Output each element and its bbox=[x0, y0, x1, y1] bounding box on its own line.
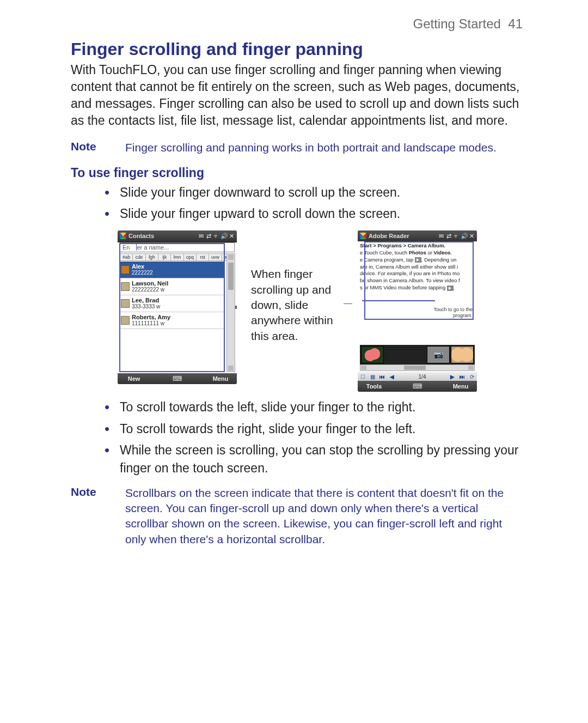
list-item: While the screen is scrolling, you can s… bbox=[120, 441, 523, 478]
sync-icon: ⇄ bbox=[205, 233, 212, 239]
signal-icon: ᯤ bbox=[213, 233, 219, 239]
contact-name: Roberts, Amy bbox=[132, 314, 170, 321]
zoom-out-icon[interactable]: ☐ bbox=[358, 374, 367, 380]
contact-row[interactable]: Alex 2222222 bbox=[120, 262, 224, 278]
alpha-tab[interactable]: #ab bbox=[120, 253, 133, 261]
slide-area-caption: When finger scrolling up and down, slide… bbox=[251, 230, 344, 344]
prev-page-icon[interactable]: ◀ bbox=[387, 374, 397, 380]
softkey-menu[interactable]: Menu bbox=[204, 375, 237, 382]
contact-row[interactable]: Lee, Brad 333-3333 w bbox=[120, 295, 224, 312]
contact-icon bbox=[121, 282, 130, 291]
softkey-bar: Tools ⌨ Menu bbox=[358, 381, 477, 392]
doc-line: Start > Programs > Camera Album. bbox=[360, 242, 475, 250]
list-item: Slide your finger downward to scroll up … bbox=[120, 184, 523, 202]
placeholder-post: er a name... bbox=[137, 244, 169, 251]
doc-line: device. For example, if you are in Photo… bbox=[360, 270, 475, 277]
next-page-icon[interactable]: ▶ bbox=[448, 374, 457, 380]
tool-icon[interactable]: ▦ bbox=[367, 374, 377, 380]
keyboard-icon[interactable]: ⌨ bbox=[150, 375, 204, 382]
sub-heading: To use finger scrolling bbox=[71, 166, 523, 180]
thumb-gap bbox=[385, 347, 426, 363]
bullet-list-top: Slide your finger downward to scroll up … bbox=[71, 184, 523, 223]
contact-icon bbox=[121, 265, 130, 274]
document-body[interactable]: Start > Programs > Camera Album. e Touch… bbox=[360, 242, 475, 345]
softkey-new[interactable]: New bbox=[118, 375, 150, 382]
contact-row[interactable]: Roberts, Amy 111111111 w bbox=[120, 312, 224, 329]
list-item: To scroll towards the right, slide your … bbox=[120, 420, 523, 438]
highlight-line bbox=[362, 300, 435, 301]
placeholder-pre: En bbox=[122, 244, 130, 251]
alpha-tabs[interactable]: #ab cde fgh ijk lmn opq rst uvw xyz bbox=[120, 253, 235, 261]
contact-name: Lawson, Neil bbox=[132, 281, 168, 287]
volume-icon: 🔊 bbox=[461, 233, 467, 239]
app-title: Contacts bbox=[128, 233, 195, 239]
section-name: Getting Started bbox=[413, 16, 501, 31]
note-label: Note bbox=[71, 140, 103, 155]
doc-line: be shown in Camera Album. To view video … bbox=[360, 277, 475, 284]
doc-line: e Touch Cube, touch Photos or Videos. bbox=[360, 250, 475, 257]
notify-icon: ✉ bbox=[198, 233, 204, 239]
vertical-scrollbar[interactable] bbox=[226, 253, 235, 372]
alpha-tab[interactable]: fgh bbox=[146, 253, 158, 261]
start-icon bbox=[120, 233, 126, 239]
contact-icon bbox=[121, 316, 130, 325]
alpha-tab[interactable]: uvw bbox=[209, 253, 222, 261]
status-bar: Adobe Reader ✉ ⇄ ᯤ 🔊 ✕ bbox=[358, 230, 477, 241]
contact-row[interactable]: Lawson, Neil 222222222 w bbox=[120, 278, 224, 295]
thumb-flower[interactable] bbox=[361, 346, 384, 363]
page-nav-strip: ☐ ▦ ⏮ ◀ 1/4 ▶ ⏭ ⟳ bbox=[358, 372, 477, 381]
alpha-tab[interactable]: cde bbox=[133, 253, 145, 261]
thumb-camera[interactable] bbox=[427, 346, 450, 363]
note-label: Note bbox=[71, 485, 103, 547]
note-1: Note Finger scrolling and panning works … bbox=[71, 140, 523, 155]
section-title: Finger scrolling and finger panning bbox=[71, 39, 523, 59]
rotate-icon[interactable]: ⟳ bbox=[467, 374, 477, 380]
app-title: Adobe Reader bbox=[369, 233, 436, 239]
intro-paragraph: With TouchFLO, you can use finger scroll… bbox=[71, 62, 523, 129]
doc-line: e Camera program, tap . Depending on bbox=[360, 257, 475, 264]
manual-page: Getting Started 41 Finger scrolling and … bbox=[0, 0, 588, 723]
contact-number: 222222222 w bbox=[132, 287, 168, 293]
softkey-tools[interactable]: Tools bbox=[358, 383, 390, 390]
page-header: Getting Started 41 bbox=[71, 16, 523, 32]
close-icon: ✕ bbox=[228, 233, 235, 239]
bullet-list-bottom: To scroll towards the left, slide your f… bbox=[71, 398, 523, 477]
contact-number: 111111111 w bbox=[132, 321, 170, 327]
horizontal-scrollbar[interactable] bbox=[360, 364, 475, 371]
status-bar: Contacts ✉ ⇄ ᯤ 🔊 ✕ bbox=[118, 230, 237, 241]
contact-number: 2222222 bbox=[132, 270, 153, 276]
reader-screen: Start > Programs > Camera Album. e Touch… bbox=[358, 241, 477, 372]
doc-line: s or MMS Video mode before tapping . bbox=[360, 284, 475, 291]
search-input[interactable]: Ener a name... bbox=[120, 242, 235, 252]
contact-name: Lee, Brad bbox=[132, 297, 160, 304]
thumbnail-strip[interactable] bbox=[360, 345, 475, 364]
last-page-icon[interactable]: ⏭ bbox=[457, 374, 467, 380]
first-page-icon[interactable]: ⏮ bbox=[377, 374, 387, 380]
keyboard-icon[interactable]: ⌨ bbox=[390, 382, 444, 390]
contacts-screen: Ener a name... #ab cde fgh ijk lmn opq r… bbox=[118, 242, 237, 373]
thumb-faces[interactable] bbox=[451, 346, 474, 363]
alpha-tab[interactable]: ijk bbox=[158, 253, 171, 261]
contact-name: Alex bbox=[132, 264, 153, 270]
alpha-tab[interactable]: opq bbox=[184, 253, 197, 261]
alpha-tab[interactable]: lmn bbox=[171, 253, 183, 261]
page-number: 41 bbox=[508, 16, 523, 31]
status-icons: ✉ ⇄ ᯤ 🔊 ✕ bbox=[438, 233, 475, 239]
contact-number: 333-3333 w bbox=[132, 304, 160, 310]
play-icon bbox=[447, 285, 454, 291]
notify-icon: ✉ bbox=[438, 233, 444, 239]
alpha-tab[interactable]: rst bbox=[197, 253, 209, 261]
note-text: Finger scrolling and panning works in bo… bbox=[125, 140, 497, 155]
softkey-menu[interactable]: Menu bbox=[444, 383, 477, 390]
status-icons: ✉ ⇄ ᯤ 🔊 ✕ bbox=[198, 233, 235, 239]
sync-icon: ⇄ bbox=[445, 233, 452, 239]
list-item: Slide your finger upward to scroll down … bbox=[120, 205, 523, 223]
caption-text: When finger scrolling up and down, slide… bbox=[251, 268, 333, 342]
note-text: Scrollbars on the screen indicate that t… bbox=[125, 485, 523, 547]
screenshot-row: Contacts ✉ ⇄ ᯤ 🔊 ✕ Ener a name... #ab cd… bbox=[118, 230, 523, 392]
contacts-phone-mock: Contacts ✉ ⇄ ᯤ 🔊 ✕ Ener a name... #ab cd… bbox=[118, 230, 237, 384]
contact-list[interactable]: Alex 2222222 Lawson, Neil 222222222 w bbox=[120, 262, 224, 329]
contact-icon bbox=[121, 299, 130, 308]
note-2: Note Scrollbars on the screen indicate t… bbox=[71, 485, 523, 547]
play-icon bbox=[415, 257, 421, 263]
